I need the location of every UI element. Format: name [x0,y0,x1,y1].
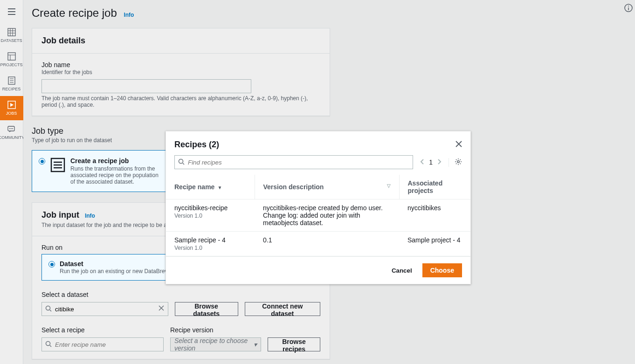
menu-icon [8,8,15,15]
projects-icon [7,52,16,61]
svg-point-9 [46,306,50,310]
cancel-button[interactable]: Cancel [386,263,418,277]
page-title-text: Create recipe job [32,7,117,19]
recipe-search-input[interactable] [41,337,164,351]
nav-community[interactable]: COMMUNITY [0,120,23,144]
select-recipe-label: Select a recipe [41,326,164,334]
page-next-icon[interactable] [437,158,442,166]
job-name-input[interactable] [41,79,251,93]
dataset-search-input[interactable] [41,302,168,316]
job-name-desc: Identifier for the jobs [41,69,320,76]
close-icon[interactable] [456,140,462,150]
nav-label: RECIPES [2,87,21,91]
col-recipe-name[interactable]: Recipe name▼ [166,175,255,199]
choose-button[interactable]: Choose [422,263,462,277]
search-icon [45,341,52,349]
right-tools [622,0,635,14]
hamburger-menu[interactable] [0,0,23,23]
community-icon [7,125,16,133]
info-link[interactable]: Info [124,12,134,18]
chevron-down-icon: ▾ [254,341,257,348]
job-name-helper: The job name must contain 1–240 characte… [41,95,320,108]
job-details-heading: Job details [41,36,85,45]
recipes-table: Recipe name▼ Version description▽ Associ… [166,175,470,256]
recipe-find-input[interactable] [174,155,413,169]
tile-create-recipe-job[interactable]: Create a recipe job Runs the transformat… [32,150,176,192]
modal-title: Recipes (2) [174,140,219,150]
cell-recipe-version: Version 1.0 [174,245,246,251]
grid-icon [7,28,16,36]
nav-projects[interactable]: PROJECTS [0,48,23,72]
page-number: 1 [429,158,433,166]
cell-recipe-name: Sample recipe - 4 [174,236,246,244]
svg-point-12 [628,6,629,7]
radio-selected [48,261,55,268]
info-icon[interactable] [624,4,633,14]
select-placeholder: Select a recipe to choose version [174,337,254,352]
svg-point-7 [12,128,13,129]
sort-icon: ▽ [387,183,391,188]
clear-icon[interactable] [158,305,165,313]
connect-dataset-button[interactable]: Connect new dataset [245,302,320,316]
cell-version-desc: 0.1 [255,232,399,256]
tile-desc: Runs the transformations from the associ… [70,165,164,185]
nav-label: DATASETS [0,38,22,43]
search-icon [45,305,52,313]
job-name-label: Job name [41,61,320,69]
panel-header: Job details [32,28,330,54]
radio-selected [39,158,45,165]
recipe-job-icon [50,157,66,173]
col-projects[interactable]: Associated projects [399,175,470,199]
tile-title: Create a recipe job [70,157,164,165]
recipe-version-select[interactable]: Select a recipe to choose version ▾ [170,337,261,351]
svg-point-13 [179,159,183,164]
table-row[interactable]: Sample recipe - 4 Version 1.0 0.1 Sample… [166,232,470,256]
job-input-heading: Job input [41,210,79,220]
svg-rect-1 [8,53,15,60]
sidebar: DATASETS PROJECTS RECIPES JOBS COMMUNITY [0,0,23,364]
cell-recipe-name: nyccitibikes-recipe [174,204,246,212]
cell-version-desc: nyccitibikes-recipe created by demo user… [255,199,399,232]
svg-point-6 [11,128,12,129]
table-row[interactable]: nyccitibikes-recipe Version 1.0 nyccitib… [166,199,470,232]
nav-recipes[interactable]: RECIPES [0,72,23,96]
svg-rect-0 [8,28,15,36]
svg-point-5 [9,128,10,129]
nav-label: PROJECTS [0,62,22,67]
job-details-panel: Job details Job name Identifier for the … [32,28,330,116]
search-icon [178,158,185,166]
cell-projects: nyccitibikes [399,199,470,232]
page-prev-icon[interactable] [420,158,424,166]
recipe-version-label: Recipe version [170,326,261,334]
svg-point-10 [46,342,50,346]
gear-icon[interactable] [455,159,462,167]
svg-point-14 [457,160,460,163]
page-title: Create recipe job Info [32,7,627,20]
cell-recipe-version: Version 1.0 [174,213,246,219]
recipes-icon [7,76,16,85]
sort-desc-icon: ▼ [217,185,222,190]
nav-jobs[interactable]: JOBS [0,96,23,120]
select-dataset-label: Select a dataset [41,291,320,298]
col-version-desc[interactable]: Version description▽ [255,175,399,199]
recipes-modal: Recipes (2) 1 [166,131,471,284]
jobs-icon [7,101,16,109]
nav-datasets[interactable]: DATASETS [0,23,23,48]
browse-datasets-button[interactable]: Browse datasets [175,302,238,316]
cell-projects: Sample project - 4 [399,232,470,256]
nav-label: JOBS [6,111,17,116]
nav-label: COMMUNITY [0,135,24,140]
browse-recipes-button[interactable]: Browse recipes [268,337,320,351]
info-link[interactable]: Info [85,213,95,219]
